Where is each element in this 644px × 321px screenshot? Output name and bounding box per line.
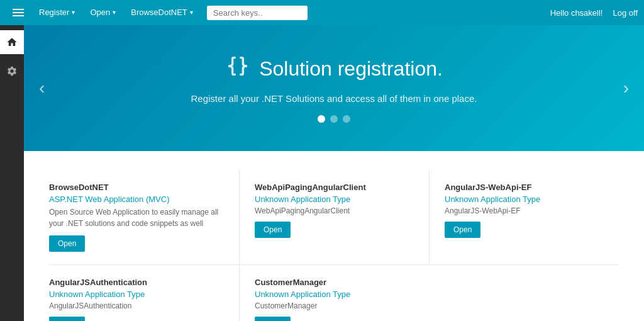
hello-text: Hello chsakell! — [550, 8, 603, 18]
main-content: ‹ Solution registration. Register all yo… — [24, 25, 644, 321]
navbar-left: Register ▾ Open ▾ BrowseDotNET ▾ — [6, 0, 308, 25]
layout: ‹ Solution registration. Register all yo… — [0, 25, 644, 321]
hamburger-icon — [13, 9, 24, 16]
search-input[interactable] — [207, 6, 308, 20]
card-item: BrowseDotNET ASP.NET Web Application (MV… — [49, 170, 239, 265]
card-item: AngularJS-WebApi-EF Unknown Application … — [429, 170, 619, 265]
card-subtitle: CustomerManager — [255, 301, 414, 310]
nav-open[interactable]: Open ▾ — [84, 0, 122, 25]
card-subtitle: WebApiPagingAngularClient — [255, 206, 414, 215]
card-open-button[interactable]: Open — [49, 235, 85, 252]
hamburger-menu[interactable] — [6, 0, 30, 25]
card-open-button[interactable]: Open — [255, 222, 291, 238]
card-item: WebApiPagingAngularClient Unknown Applic… — [239, 170, 429, 265]
cards-grid: BrowseDotNET ASP.NET Web Application (MV… — [49, 170, 619, 321]
logoff-link[interactable]: Log off — [613, 8, 638, 18]
hero-title: Solution registration. — [259, 57, 443, 81]
search-container — [207, 6, 308, 20]
card-name: CustomerManager — [255, 278, 414, 287]
card-name: AngularJS-WebApi-EF — [445, 183, 604, 192]
card-type: ASP.NET Web Application (MVC) — [49, 194, 224, 204]
card-item: AngularJSAuthentication Unknown Applicat… — [49, 265, 239, 321]
hero-dot-2[interactable] — [330, 115, 338, 123]
card-type: Unknown Application Type — [445, 194, 604, 204]
card-subtitle: AngularJSAuthentication — [49, 301, 224, 310]
card-open-button[interactable]: Open — [255, 317, 291, 321]
card-type: Unknown Application Type — [255, 290, 414, 299]
hero-content: Solution registration. Register all your… — [191, 54, 477, 123]
hero-code-icon — [225, 54, 250, 84]
sidebar-settings-icon[interactable] — [0, 59, 24, 83]
hero-next-button[interactable]: › — [614, 72, 638, 104]
hero-prev-button[interactable]: ‹ — [30, 72, 53, 104]
browsedotnet-caret-icon: ▾ — [190, 0, 193, 25]
card-name: BrowseDotNET — [49, 183, 224, 192]
sidebar-home-icon[interactable] — [0, 30, 24, 54]
navbar-right: Hello chsakell! Log off — [550, 8, 638, 18]
hero-dots — [191, 115, 477, 123]
register-caret-icon: ▾ — [72, 0, 75, 25]
card-item: CustomerManager Unknown Application Type… — [239, 265, 429, 321]
card-type: Unknown Application Type — [49, 290, 224, 299]
card-subtitle: AngularJS-WebApi-EF — [445, 206, 604, 215]
card-description: Open Source Web Application to easily ma… — [49, 206, 224, 229]
sidebar — [0, 25, 24, 321]
cards-section: BrowseDotNET ASP.NET Web Application (MV… — [24, 151, 644, 321]
nav-browsedotnet[interactable]: BrowseDotNET ▾ — [125, 0, 199, 25]
card-open-button[interactable]: Open — [445, 222, 480, 238]
hero-title-row: Solution registration. — [191, 54, 477, 84]
hero-dot-3[interactable] — [343, 115, 350, 123]
hero-banner: ‹ Solution registration. Register all yo… — [24, 25, 644, 151]
card-open-button[interactable]: Open — [49, 317, 85, 321]
open-caret-icon: ▾ — [113, 0, 116, 25]
navbar: Register ▾ Open ▾ BrowseDotNET ▾ Hello c… — [0, 0, 644, 25]
card-name: WebApiPagingAngularClient — [255, 183, 414, 192]
card-name: AngularJSAuthentication — [49, 278, 224, 287]
hero-dot-1[interactable] — [318, 115, 325, 123]
card-type: Unknown Application Type — [255, 194, 414, 204]
nav-register[interactable]: Register ▾ — [33, 0, 81, 25]
hero-subtitle: Register all your .NET Solutions and acc… — [191, 93, 477, 104]
